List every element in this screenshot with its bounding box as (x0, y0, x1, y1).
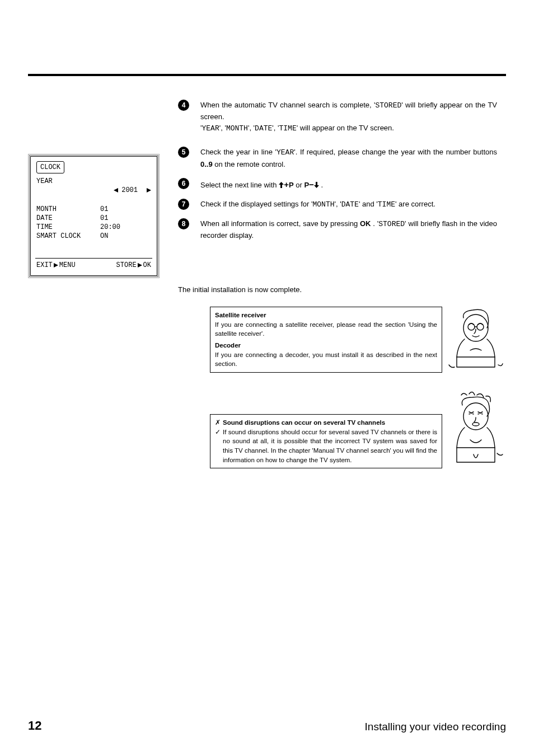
info-satellite-title: Satellite receiver (215, 311, 437, 320)
step-4-body: When the automatic TV channel search is … (200, 100, 497, 134)
cross-icon: ✗ (215, 418, 223, 428)
info-satellite-text: If you are connecting a satellite receiv… (215, 320, 437, 339)
svg-point-4 (463, 314, 488, 341)
osd-title: CLOCK (36, 161, 64, 173)
installation-complete-text: The initial installation is now complete… (178, 285, 302, 294)
helper-person-icon (448, 307, 504, 363)
step-number-icon: 8 (178, 218, 189, 229)
svg-point-5 (468, 323, 475, 330)
footer-section-title: Installing your video recording (365, 721, 506, 733)
month-literal: MONTH (226, 124, 248, 133)
info-box-receiver-decoder: Satellite receiver If you are connecting… (210, 307, 442, 373)
svg-marker-1 (147, 188, 151, 192)
osd-label: MONTH (36, 205, 92, 214)
osd-value: 01 (92, 214, 151, 223)
p-button-label: P (304, 181, 309, 189)
info-sound-title: Sound disruptions can occur on several T… (223, 418, 437, 428)
text: ' are correct. (395, 200, 435, 208)
step-number-icon: 5 (178, 147, 189, 158)
info-sound-body: If sound disruptions should occur for se… (223, 428, 437, 465)
step-7-body: Check if the displayed settings for 'MON… (200, 199, 497, 210)
step-6: 6 Select the next line with +P or P− . (178, 178, 497, 191)
text: ' and ' (359, 200, 378, 208)
step-5: 5 Check the year in line 'YEAR'. If requ… (178, 147, 497, 170)
arrow-left-icon (114, 188, 118, 192)
puzzled-person-icon (448, 392, 504, 464)
text: . ' (371, 219, 378, 228)
arrow-down-icon (314, 182, 319, 188)
osd-title-text: CLOCK (40, 163, 60, 171)
osd-footer-menu: MENU (59, 261, 76, 270)
stored-literal: STORED (375, 101, 401, 110)
top-rule (28, 74, 506, 76)
osd-row-year: YEAR 2001 (36, 177, 151, 205)
step-number-icon: 7 (178, 199, 189, 210)
step-4: 4 When the automatic TV channel search i… (178, 100, 497, 134)
osd-row-month: MONTH 01 (36, 205, 151, 214)
numbers-button-label: 0..9 (200, 160, 213, 168)
osd-label: DATE (36, 214, 92, 223)
osd-label: SMART CLOCK (36, 232, 92, 241)
svg-marker-2 (54, 263, 58, 267)
date-literal: DATE (341, 200, 359, 209)
page-number: 12 (28, 719, 41, 733)
osd-label: TIME (36, 223, 92, 232)
text: or (296, 181, 304, 189)
step-5-body: Check the year in line 'YEAR'. If requir… (200, 147, 497, 170)
text: ', ' (248, 124, 255, 132)
text: ', ' (272, 124, 279, 132)
page-footer: 12 Installing your video recording (28, 719, 506, 733)
check-icon: ✓ (215, 428, 223, 437)
arrow-right-icon (147, 188, 151, 192)
osd-footer-store: STORE (116, 261, 137, 270)
osd-row-time: TIME 20:00 (36, 223, 151, 232)
year-literal: YEAR (277, 148, 294, 157)
osd-value: 01 (92, 205, 151, 214)
info-box-sound-disruptions: ✗ Sound disruptions can occur on several… (210, 414, 442, 468)
text: ' will appear on the TV screen. (297, 124, 394, 132)
osd-footer-ok: OK (143, 261, 151, 270)
steps-list: 4 When the automatic TV channel search i… (178, 100, 497, 249)
step-8: 8 When all information is correct, save … (178, 218, 497, 241)
osd-value: ON (92, 232, 151, 241)
stored-literal: STORED (378, 220, 405, 228)
text: ', ' (219, 124, 226, 132)
osd-row-date: DATE 01 (36, 214, 151, 223)
info-decoder-title: Decoder (215, 341, 437, 350)
step-number-icon: 4 (178, 100, 189, 111)
month-literal: MONTH (312, 200, 334, 209)
text: ', ' (335, 200, 341, 208)
ok-button-label: OK (360, 219, 371, 228)
osd-label: YEAR (36, 177, 73, 205)
osd-footer-exit: EXIT (36, 261, 53, 270)
text: Check the year in line ' (200, 148, 277, 156)
step-number-icon: 6 (178, 178, 189, 189)
arrow-up-icon (279, 182, 284, 188)
text: . (321, 181, 324, 189)
osd-separator (35, 258, 152, 259)
osd-clock-box: CLOCK YEAR 2001 MONTH 01 DATE 01 (28, 154, 160, 278)
step-8-body: When all information is correct, save by… (200, 218, 497, 241)
year-literal: YEAR (202, 124, 219, 133)
step-7: 7 Check if the displayed settings for 'M… (178, 199, 497, 210)
osd-footer: EXIT MENU STORE OK (36, 261, 151, 270)
svg-marker-3 (138, 263, 142, 267)
p-button-label: P (289, 181, 294, 189)
osd-row-smartclock: SMART CLOCK ON (36, 232, 151, 241)
osd-value: 20:00 (92, 223, 151, 232)
arrow-right-icon (138, 263, 142, 267)
time-literal: TIME (279, 124, 297, 133)
osd-value: 2001 (121, 186, 138, 195)
svg-point-6 (477, 323, 484, 330)
info-decoder-text: If you are connecting a decoder, you mus… (215, 350, 437, 369)
arrow-right-icon (54, 263, 58, 267)
time-literal: TIME (378, 200, 395, 209)
text: '. If required, please change the year w… (294, 148, 497, 156)
text: When all information is correct, save by… (200, 219, 360, 228)
svg-point-8 (472, 422, 479, 426)
text: When the automatic TV channel search is … (200, 101, 375, 109)
svg-marker-0 (114, 188, 118, 192)
date-literal: DATE (255, 124, 272, 133)
text: Check if the displayed settings for ' (200, 200, 312, 208)
text: on the remote control. (213, 160, 285, 168)
